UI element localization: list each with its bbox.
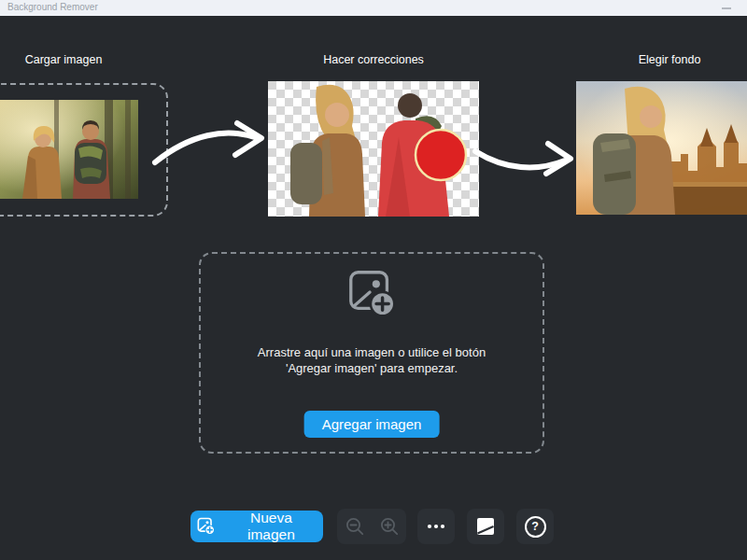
arrow-right-icon (470, 133, 584, 185)
drop-instructions-line2: 'Agregar imagen' para empezar. (201, 360, 543, 376)
window-title: Background Remover (7, 2, 98, 12)
change-background-button[interactable] (467, 509, 504, 544)
help-button[interactable]: ? (516, 509, 554, 544)
arrow-right-icon (148, 119, 278, 177)
title-bar: Background Remover (0, 0, 747, 16)
image-add-icon (345, 266, 399, 320)
magnifier-minus-icon (344, 515, 366, 538)
sample-corrections-image (268, 81, 479, 217)
new-image-button[interactable]: Nueva imagen (190, 511, 323, 542)
city-sunset-illustration (576, 81, 747, 215)
more-options-button[interactable] (417, 509, 455, 544)
drop-instructions: Arrastre aquí una imagen o utilice el bo… (201, 344, 543, 376)
image-drop-zone[interactable]: Arrastre aquí una imagen o utilice el bo… (199, 252, 544, 454)
ellipsis-icon (425, 515, 447, 538)
magnifier-plus-icon (378, 515, 401, 538)
question-icon: ? (525, 516, 546, 538)
minimize-icon (722, 7, 731, 9)
zoom-in-button[interactable] (372, 509, 406, 544)
brush-cursor-icon (416, 130, 466, 180)
image-add-icon (196, 516, 217, 537)
sample-original-image (0, 100, 138, 199)
new-image-label: Nueva imagen (225, 510, 317, 543)
add-image-button[interactable]: Agregar imagen (304, 411, 440, 438)
step-label-background: Elegir fondo (639, 53, 701, 66)
zoom-out-button[interactable] (337, 509, 372, 544)
step-label-corrections: Hacer correcciones (323, 53, 424, 66)
cutout-illustration (268, 81, 479, 217)
background-swatch-icon (474, 515, 497, 538)
forest-photo-illustration (0, 100, 138, 199)
step-label-load: Cargar imagen (25, 53, 103, 66)
zoom-button-group (337, 509, 406, 544)
drop-instructions-line1: Arrastre aquí una imagen o utilice el bo… (201, 344, 543, 360)
sample-result-image (576, 81, 747, 215)
minimize-button[interactable] (715, 0, 738, 16)
